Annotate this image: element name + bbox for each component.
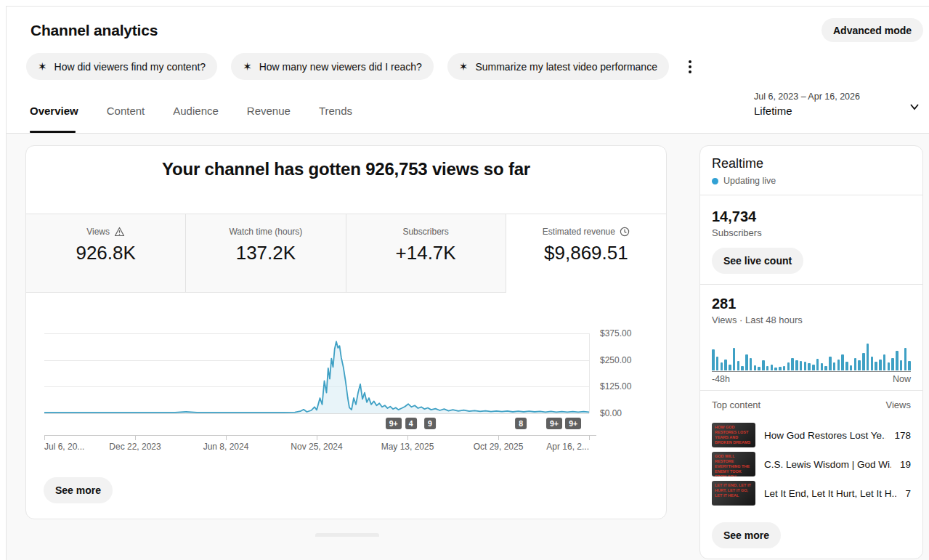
timeline-marker-badge[interactable]: 8 xyxy=(515,418,527,429)
next-card-hint xyxy=(315,533,379,537)
top-content-row[interactable]: How God restores lost years and broken d… xyxy=(712,421,911,450)
page-title: Channel analytics xyxy=(31,22,158,39)
chart-right-border xyxy=(589,333,590,413)
x-axis-label: Oct 29, 2025 xyxy=(474,442,524,452)
x-axis-tick xyxy=(135,435,136,440)
divider xyxy=(700,195,922,195)
metric-label: Subscribers xyxy=(402,227,448,237)
realtime-bar xyxy=(729,365,731,370)
video-views: 19 xyxy=(900,459,911,470)
timeline-marker-badge[interactable]: 9+ xyxy=(546,418,562,429)
tab-content[interactable]: Content xyxy=(107,105,145,132)
realtime-bar xyxy=(829,357,832,370)
sparkle-icon: ✶ xyxy=(459,61,468,72)
metric-card-views[interactable]: Views 926.8K xyxy=(26,214,186,293)
realtime-bar xyxy=(804,362,807,370)
realtime-bar xyxy=(774,368,777,370)
top-edge-divider xyxy=(6,6,929,7)
ai-suggestion-chip-1[interactable]: ✶How did viewers find my content? xyxy=(26,53,217,80)
timeline-marker-badge[interactable]: 4 xyxy=(405,418,417,429)
views-48h-label: Views · Last 48 hours xyxy=(712,315,803,325)
realtime-bar xyxy=(750,358,752,370)
video-thumbnail: God will restore everything the enemy to… xyxy=(712,452,755,476)
realtime-bar xyxy=(766,366,769,370)
realtime-bar xyxy=(904,348,907,370)
ai-suggestion-chip-2[interactable]: ✶How many new viewers did I reach? xyxy=(231,53,434,80)
realtime-bar xyxy=(854,358,857,370)
realtime-bar xyxy=(724,360,727,370)
realtime-bar xyxy=(837,360,840,370)
range-end-label: Now xyxy=(893,374,911,384)
realtime-bar xyxy=(824,366,827,370)
realtime-bar xyxy=(758,367,760,370)
metric-card-subscribers[interactable]: Subscribers +14.7K xyxy=(346,214,506,293)
realtime-bar xyxy=(883,354,886,370)
realtime-bar xyxy=(850,365,853,370)
timeline-marker-badge[interactable]: 9 xyxy=(424,418,436,429)
more-options-kebab-icon[interactable] xyxy=(683,57,697,77)
date-range-picker[interactable]: Jul 6, 2023 – Apr 16, 2026 Lifetime xyxy=(748,87,922,125)
realtime-bar xyxy=(795,360,798,370)
tab-overview[interactable]: Overview xyxy=(30,105,78,132)
realtime-bar xyxy=(841,354,844,370)
bar-chart-baseline xyxy=(712,371,911,372)
realtime-bar-chart xyxy=(712,334,911,370)
sparkle-icon: ✶ xyxy=(38,61,47,72)
top-content-row[interactable]: God will restore everything the enemy to… xyxy=(712,450,911,479)
realtime-bar xyxy=(716,357,719,370)
tab-trends[interactable]: Trends xyxy=(319,105,352,132)
x-axis-label: Apr 16, 2... xyxy=(546,442,589,452)
realtime-bar xyxy=(845,362,848,370)
range-start-label: -48h xyxy=(712,374,730,384)
metric-card-estimated-revenue[interactable]: Estimated revenue $9,869.51 xyxy=(506,214,666,293)
metric-label: Watch time (hours) xyxy=(229,227,302,237)
y-axis-label: $0.00 xyxy=(600,408,651,418)
realtime-bar xyxy=(888,362,891,370)
video-thumbnail: How God restores lost years and broken d… xyxy=(712,423,755,447)
analytics-tabs: OverviewContentAudienceRevenueTrends xyxy=(30,105,352,132)
realtime-bar xyxy=(896,351,898,370)
divider xyxy=(700,284,922,285)
date-range-text: Jul 6, 2023 – Apr 16, 2026 xyxy=(754,92,860,102)
x-axis-label: Dec 22, 2023 xyxy=(109,442,161,452)
timeline-marker-badge[interactable]: 9+ xyxy=(386,418,402,429)
x-axis-tick xyxy=(498,435,499,440)
see-more-button[interactable]: See more xyxy=(44,477,113,503)
live-dot-icon xyxy=(712,178,718,184)
realtime-bar xyxy=(858,360,861,370)
realtime-status: Updating live xyxy=(712,176,776,186)
see-live-count-button[interactable]: See live count xyxy=(712,248,803,274)
realtime-bar xyxy=(812,365,815,370)
realtime-bar xyxy=(741,366,744,370)
realtime-bar xyxy=(871,357,874,370)
realtime-bar xyxy=(745,354,748,370)
warning-icon xyxy=(114,227,125,237)
x-axis-label: Jul 6, 20... xyxy=(44,442,84,452)
tab-revenue[interactable]: Revenue xyxy=(247,105,291,132)
top-content-header: Top content Views xyxy=(712,399,911,410)
advanced-mode-button[interactable]: Advanced mode xyxy=(822,18,923,42)
video-thumbnail: Let it end, let it hurt, let it go, let … xyxy=(712,481,755,506)
video-title: How God Restores Lost Ye... xyxy=(764,430,885,441)
updating-live-label: Updating live xyxy=(723,176,776,186)
x-axis-tick xyxy=(226,435,227,440)
views-column-label: Views xyxy=(886,399,911,410)
y-axis-label: $125.00 xyxy=(600,381,651,391)
metric-strip: Views 926.8K Watch time (hours) 137.2K S… xyxy=(26,214,666,293)
realtime-bar xyxy=(721,362,723,370)
channel-analytics-page: Channel analytics Advanced mode ✶How did… xyxy=(0,0,929,560)
x-axis-tick xyxy=(407,435,408,440)
video-title: C.S. Lewis Wisdom | God Wi... xyxy=(764,459,891,470)
views-headline: Your channel has gotten 926,753 views so… xyxy=(26,159,666,179)
tab-audience[interactable]: Audience xyxy=(173,105,219,132)
timeline-marker-badge[interactable]: 9+ xyxy=(565,418,581,429)
see-more-button[interactable]: See more xyxy=(712,522,781,548)
x-axis-line xyxy=(44,435,596,436)
video-views: 7 xyxy=(905,488,911,499)
top-content-row[interactable]: Let it end, let it hurt, let it go, let … xyxy=(712,479,911,508)
metric-card-watch-time[interactable]: Watch time (hours) 137.2K xyxy=(186,214,346,293)
subscribers-label: Subscribers xyxy=(712,227,762,238)
ai-suggestion-chip-3[interactable]: ✶Summarize my latest video performance xyxy=(447,53,669,80)
realtime-bar xyxy=(791,358,794,370)
realtime-bar xyxy=(867,344,869,370)
